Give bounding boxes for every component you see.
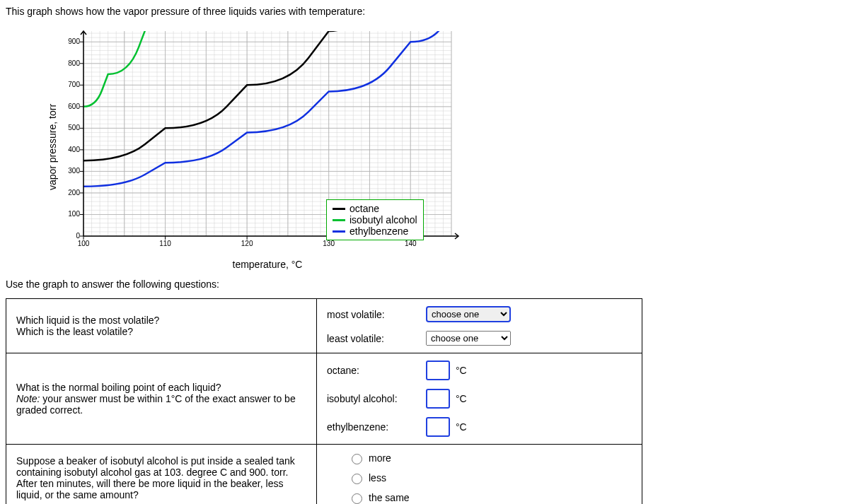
q1-line2: Which is the least volatile? [16,326,306,337]
label-most-volatile: most volatile: [327,309,426,320]
legend-item: octane [333,203,417,214]
intro-text: This graph shows how the vapor pressure … [6,6,843,17]
q1-line1: Which liquid is the most volatile? [16,315,306,326]
legend-label: octane [350,203,379,214]
vapor-pressure-chart: vapor pressure, torr 100110120130140 010… [34,24,843,270]
label-isobutyl: isobutyl alcohol: [327,393,426,404]
radio-more[interactable]: more [348,452,632,464]
radio-more-label: more [369,452,391,464]
legend-label: ethylbenzene [350,225,408,237]
label-octane: octane: [327,365,426,376]
q3-answer-cell: more less the same [317,445,642,505]
svg-text:700: 700 [68,81,80,88]
legend-item: isobutyl alcohol [333,214,417,225]
svg-text:800: 800 [68,59,80,67]
svg-text:0: 0 [76,232,80,240]
least-volatile-select[interactable]: choose one [426,331,511,346]
svg-text:400: 400 [68,146,80,153]
svg-text:300: 300 [68,167,80,175]
label-least-volatile: least volatile: [327,333,426,344]
q3-prompt-cell: Suppose a beaker of isobutyl alcohol is … [6,445,317,505]
svg-text:100: 100 [78,240,90,247]
svg-text:110: 110 [159,240,171,247]
svg-text:130: 130 [323,240,335,247]
radio-same[interactable]: the same [348,491,632,504]
ethylbenzene-bp-input[interactable] [426,417,450,437]
unit-celsius: °C [456,421,467,433]
y-axis-label: vapor pressure, torr [47,104,58,190]
radio-less-input[interactable] [352,474,362,484]
most-volatile-select[interactable]: choose one [426,306,511,322]
radio-less[interactable]: less [348,471,632,484]
svg-text:900: 900 [68,37,80,45]
question-table: Which liquid is the most volatile? Which… [6,298,642,504]
q2-line1: What is the normal boiling point of each… [16,382,306,393]
legend-swatch-isobutyl [333,219,345,221]
table-row: Which liquid is the most volatile? Which… [6,299,642,353]
unit-celsius: °C [456,365,467,376]
svg-text:100: 100 [68,210,80,218]
q2-answer-cell: octane: °C isobutyl alcohol: °C ethylben… [317,353,642,445]
isobutyl-bp-input[interactable] [426,389,450,409]
svg-text:120: 120 [241,240,253,247]
svg-text:500: 500 [68,124,80,131]
label-ethyl: ethylbenzene: [327,421,426,433]
q2-prompt-cell: What is the normal boiling point of each… [6,353,317,445]
legend-item: ethylbenzene [333,225,417,237]
subintro-text: Use the graph to answer the following qu… [6,279,843,290]
svg-text:140: 140 [405,240,417,247]
x-axis-label: temperature, °C [83,259,451,270]
unit-celsius: °C [456,393,467,404]
table-row: What is the normal boiling point of each… [6,353,642,445]
octane-bp-input[interactable] [426,361,450,380]
q2-note: Note: your answer must be within 1°C of … [16,393,306,416]
radio-less-label: less [369,472,386,484]
q1-answer-cell: most volatile: choose one least volatile… [317,299,642,353]
legend-swatch-ethyl [333,230,345,233]
chart-legend: octane isobutyl alcohol ethylbenzene [326,199,424,240]
radio-more-input[interactable] [352,454,362,464]
q1-prompt-cell: Which liquid is the most volatile? Which… [6,299,317,353]
svg-text:200: 200 [68,189,80,197]
svg-text:600: 600 [68,102,80,110]
legend-swatch-octane [333,208,345,210]
legend-label: isobutyl alcohol [350,214,417,225]
radio-same-input[interactable] [352,493,362,504]
table-row: Suppose a beaker of isobutyl alcohol is … [6,445,642,505]
radio-same-label: the same [369,492,410,503]
